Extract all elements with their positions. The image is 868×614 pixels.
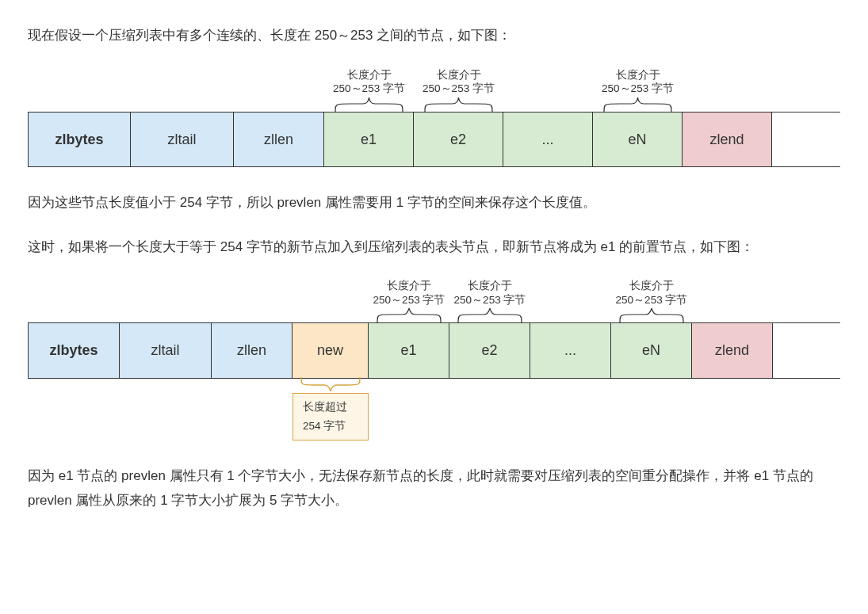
label-eN: 长度介于250～253 字节 [611,279,692,307]
cell-e2: e2 [449,323,530,377]
ziplist-structure-2: zlbytes zltail zllen new e1 e2 ... eN zl… [28,322,840,378]
paragraph-3: 这时，如果将一个长度大于等于 254 字节的新节点加入到压缩列表的表头节点，即新… [28,235,840,260]
diagram-1: 长度介于250～253 字节 长度介于250～253 字节 长度介于250～25… [28,68,840,167]
label-e2: 长度介于250～253 字节 [449,279,530,307]
label-eN: 长度介于250～253 字节 [593,68,683,96]
cell-zllen: zllen [212,323,293,377]
cell-zllen: zllen [234,113,324,166]
paragraph-2: 因为这些节点长度值小于 254 字节，所以 prevlen 属性需要用 1 字节… [28,191,840,215]
label-e1: 长度介于250～253 字节 [324,68,414,96]
label-e2: 长度介于250～253 字节 [414,68,503,96]
cell-e1: e1 [369,323,449,377]
ziplist-structure-1: zlbytes zltail zllen e1 e2 ... eN zlend [28,112,840,167]
cell-eN: eN [593,113,683,166]
brace-icon [414,97,503,112]
cell-e2: e2 [414,113,503,166]
paragraph-4: 因为 e1 节点的 prevlen 属性只有 1 个字节大小，无法保存新节点的长… [28,464,840,513]
diagram-2: 长度介于250～253 字节 长度介于250～253 字节 长度介于250～25… [28,279,840,440]
new-node-label: 长度超过 254 字节 [293,393,369,441]
cell-zltail: zltail [120,323,212,377]
cell-dots: ... [530,323,611,377]
cell-dots: ... [503,113,593,166]
cell-zlbytes: zlbytes [28,323,120,377]
brace-icon [293,377,369,391]
cell-eN: eN [611,323,692,377]
brace-icon [369,308,449,322]
cell-e1: e1 [324,113,414,166]
label-e1: 长度介于250～253 字节 [369,279,449,307]
cell-zlend: zlend [683,113,772,166]
brace-icon [449,308,530,322]
cell-zlend: zlend [692,323,773,377]
cell-zltail: zltail [131,113,234,166]
cell-new: new [293,323,369,377]
brace-icon [324,97,414,112]
cell-zlbytes: zlbytes [28,113,131,166]
brace-icon [611,308,692,322]
paragraph-1: 现在假设一个压缩列表中有多个连续的、长度在 250～253 之间的节点，如下图： [28,24,840,48]
brace-icon [593,97,683,112]
